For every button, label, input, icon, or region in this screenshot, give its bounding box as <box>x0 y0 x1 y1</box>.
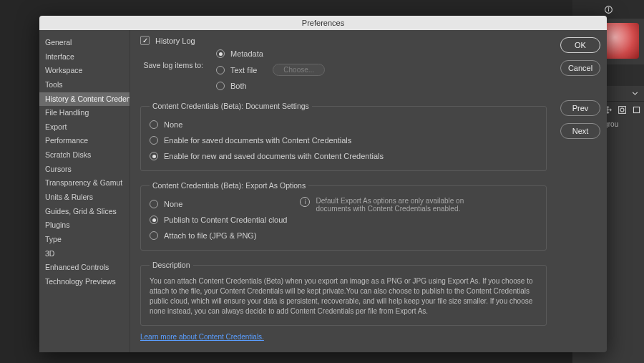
sidebar-item-units-rulers[interactable]: Units & Rulers <box>39 190 130 205</box>
sidebar-item-technology-previews[interactable]: Technology Previews <box>39 275 130 289</box>
radio-icon <box>216 49 225 58</box>
radio-icon <box>150 200 158 208</box>
info-icon <box>603 4 613 14</box>
preferences-sidebar: General Interface Workspace Tools Histor… <box>39 30 130 352</box>
radio-both-label: Both <box>230 82 247 90</box>
mask-icon[interactable] <box>618 105 628 115</box>
prev-button[interactable]: Prev <box>560 100 600 116</box>
group-doc-settings: Content Credentials (Beta): Document Set… <box>140 102 547 171</box>
export-attach-label: Attach to file (JPG & PNG) <box>164 231 257 240</box>
svg-point-2 <box>608 7 609 8</box>
sidebar-item-performance[interactable]: Performance <box>39 134 130 148</box>
radio-icon <box>150 231 158 240</box>
export-info: i Default Export As options are only ava… <box>300 197 486 213</box>
radio-icon <box>150 136 158 145</box>
cancel-button[interactable]: Cancel <box>560 60 600 76</box>
sidebar-item-interface[interactable]: Interface <box>39 50 130 64</box>
svg-point-4 <box>620 108 624 112</box>
sidebar-item-history-content-credentials[interactable]: History & Content Credentials <box>39 92 130 107</box>
ok-button[interactable]: OK <box>560 37 600 53</box>
group-export-options-legend: Content Credentials (Beta): Export As Op… <box>150 181 308 190</box>
svg-rect-3 <box>619 106 626 113</box>
export-cloud[interactable]: Publish to Content Credential cloud <box>150 214 287 226</box>
radio-icon <box>216 66 225 74</box>
radio-icon <box>150 216 158 224</box>
checkbox-icon <box>140 36 150 45</box>
sidebar-item-workspace[interactable]: Workspace <box>39 64 130 78</box>
info-icon: i <box>300 197 310 207</box>
group-description-legend: Description <box>150 261 193 269</box>
sidebar-item-scratch-disks[interactable]: Scratch Disks <box>39 148 130 163</box>
sidebar-item-transparency-gamut[interactable]: Transparency & Gamut <box>39 176 130 190</box>
choose-button[interactable]: Choose... <box>273 64 325 76</box>
export-none-label: None <box>164 200 182 208</box>
doc-saved[interactable]: Enable for saved documents with Content … <box>150 135 537 146</box>
doc-new-saved[interactable]: Enable for new and saved documents with … <box>150 150 537 162</box>
radio-textfile-label: Text file <box>230 66 257 74</box>
preferences-main: History Log Save log items to: Metadata … <box>130 30 557 352</box>
history-log-label: History Log <box>155 37 195 45</box>
group-export-options: Content Credentials (Beta): Export As Op… <box>140 181 547 251</box>
sidebar-item-guides-grid-slices[interactable]: Guides, Grid & Slices <box>39 205 130 219</box>
history-log-checkbox[interactable]: History Log <box>140 36 547 45</box>
sidebar-item-3d[interactable]: 3D <box>39 247 130 261</box>
sidebar-item-general[interactable]: General <box>39 36 130 50</box>
export-attach[interactable]: Attach to file (JPG & PNG) <box>150 230 287 241</box>
export-cloud-label: Publish to Content Credential cloud <box>164 216 287 224</box>
sidebar-item-export[interactable]: Export <box>39 120 130 135</box>
learn-more-link[interactable]: Learn more about Content Credentials. <box>140 333 264 341</box>
sidebar-item-plugins[interactable]: Plugins <box>39 218 130 233</box>
radio-icon <box>150 152 158 160</box>
preferences-dialog: Preferences General Interface Workspace … <box>39 16 607 352</box>
doc-saved-label: Enable for saved documents with Content … <box>164 136 351 145</box>
radio-both[interactable]: Both <box>216 80 325 92</box>
svg-rect-5 <box>633 107 639 112</box>
dialog-titlebar: Preferences <box>39 16 607 30</box>
dialog-title: Preferences <box>302 19 344 27</box>
chevron-down-icon[interactable] <box>630 89 640 99</box>
description-text: You can attach Content Credentials (Beta… <box>150 276 537 316</box>
radio-textfile[interactable]: Text file Choose... <box>216 62 325 77</box>
next-button[interactable]: Next <box>560 123 600 139</box>
dialog-buttons: OK Cancel Prev Next <box>557 30 607 352</box>
radio-metadata[interactable]: Metadata <box>216 48 325 59</box>
export-info-text: Default Export As options are only avail… <box>316 197 486 213</box>
export-none[interactable]: None <box>150 198 287 210</box>
doc-none-label: None <box>164 120 182 129</box>
fill-icon[interactable] <box>631 105 641 115</box>
sidebar-item-cursors[interactable]: Cursors <box>39 163 130 177</box>
doc-new-saved-label: Enable for new and saved documents with … <box>164 152 384 160</box>
radio-icon <box>216 82 225 90</box>
radio-icon <box>150 120 158 129</box>
group-doc-settings-legend: Content Credentials (Beta): Document Set… <box>150 102 312 110</box>
doc-none[interactable]: None <box>150 119 537 130</box>
sidebar-item-tools[interactable]: Tools <box>39 78 130 92</box>
sidebar-item-type[interactable]: Type <box>39 233 130 247</box>
sidebar-item-file-handling[interactable]: File Handling <box>39 106 130 120</box>
group-description: Description You can attach Content Crede… <box>140 261 547 326</box>
radio-metadata-label: Metadata <box>230 49 263 58</box>
sidebar-item-enhanced-controls[interactable]: Enhanced Controls <box>39 261 130 275</box>
save-log-label: Save log items to: <box>142 48 203 69</box>
